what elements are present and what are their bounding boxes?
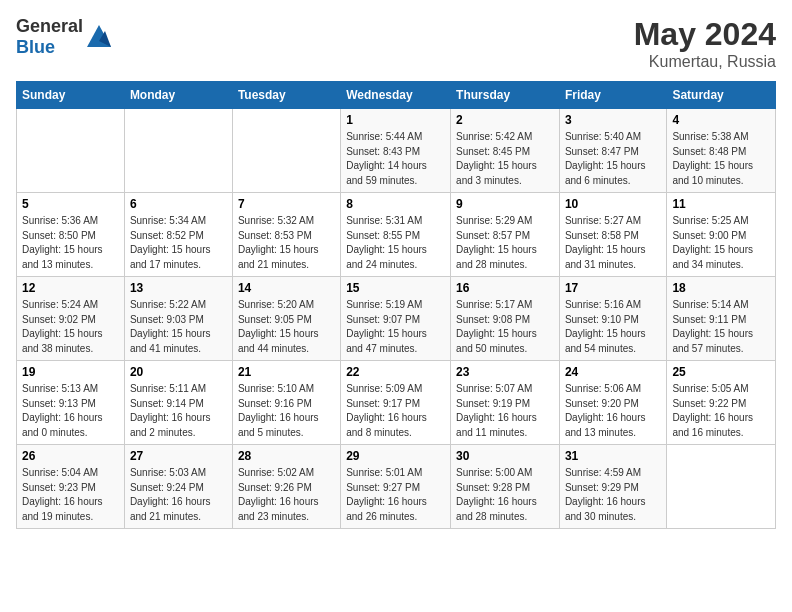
calendar-cell: 17Sunrise: 5:16 AMSunset: 9:10 PMDayligh… [559, 277, 666, 361]
header-day-friday: Friday [559, 82, 666, 109]
calendar-cell: 20Sunrise: 5:11 AMSunset: 9:14 PMDayligh… [124, 361, 232, 445]
day-number: 7 [238, 197, 335, 211]
day-number: 23 [456, 365, 554, 379]
day-info: Sunrise: 5:00 AMSunset: 9:28 PMDaylight:… [456, 466, 554, 524]
day-info: Sunrise: 5:19 AMSunset: 9:07 PMDaylight:… [346, 298, 445, 356]
day-info: Sunrise: 5:04 AMSunset: 9:23 PMDaylight:… [22, 466, 119, 524]
header-row: SundayMondayTuesdayWednesdayThursdayFrid… [17, 82, 776, 109]
calendar-cell: 27Sunrise: 5:03 AMSunset: 9:24 PMDayligh… [124, 445, 232, 529]
calendar-cell: 30Sunrise: 5:00 AMSunset: 9:28 PMDayligh… [451, 445, 560, 529]
calendar-cell: 29Sunrise: 5:01 AMSunset: 9:27 PMDayligh… [341, 445, 451, 529]
week-row-4: 19Sunrise: 5:13 AMSunset: 9:13 PMDayligh… [17, 361, 776, 445]
calendar-cell [667, 445, 776, 529]
day-info: Sunrise: 5:17 AMSunset: 9:08 PMDaylight:… [456, 298, 554, 356]
calendar-cell: 21Sunrise: 5:10 AMSunset: 9:16 PMDayligh… [232, 361, 340, 445]
day-number: 30 [456, 449, 554, 463]
day-number: 26 [22, 449, 119, 463]
day-info: Sunrise: 5:27 AMSunset: 8:58 PMDaylight:… [565, 214, 661, 272]
day-info: Sunrise: 5:44 AMSunset: 8:43 PMDaylight:… [346, 130, 445, 188]
day-number: 24 [565, 365, 661, 379]
day-number: 16 [456, 281, 554, 295]
day-number: 13 [130, 281, 227, 295]
day-number: 9 [456, 197, 554, 211]
day-number: 3 [565, 113, 661, 127]
calendar-cell: 3Sunrise: 5:40 AMSunset: 8:47 PMDaylight… [559, 109, 666, 193]
calendar-cell: 22Sunrise: 5:09 AMSunset: 9:17 PMDayligh… [341, 361, 451, 445]
day-info: Sunrise: 5:22 AMSunset: 9:03 PMDaylight:… [130, 298, 227, 356]
day-number: 15 [346, 281, 445, 295]
calendar-cell: 12Sunrise: 5:24 AMSunset: 9:02 PMDayligh… [17, 277, 125, 361]
day-info: Sunrise: 5:40 AMSunset: 8:47 PMDaylight:… [565, 130, 661, 188]
day-number: 10 [565, 197, 661, 211]
week-row-5: 26Sunrise: 5:04 AMSunset: 9:23 PMDayligh… [17, 445, 776, 529]
calendar-cell [232, 109, 340, 193]
day-info: Sunrise: 5:32 AMSunset: 8:53 PMDaylight:… [238, 214, 335, 272]
day-info: Sunrise: 5:10 AMSunset: 9:16 PMDaylight:… [238, 382, 335, 440]
day-number: 25 [672, 365, 770, 379]
day-number: 31 [565, 449, 661, 463]
calendar-cell: 13Sunrise: 5:22 AMSunset: 9:03 PMDayligh… [124, 277, 232, 361]
calendar-cell: 18Sunrise: 5:14 AMSunset: 9:11 PMDayligh… [667, 277, 776, 361]
logo: General Blue [16, 16, 113, 58]
day-number: 29 [346, 449, 445, 463]
header-day-wednesday: Wednesday [341, 82, 451, 109]
week-row-2: 5Sunrise: 5:36 AMSunset: 8:50 PMDaylight… [17, 193, 776, 277]
week-row-1: 1Sunrise: 5:44 AMSunset: 8:43 PMDaylight… [17, 109, 776, 193]
month-year: May 2024 [634, 16, 776, 53]
day-info: Sunrise: 5:06 AMSunset: 9:20 PMDaylight:… [565, 382, 661, 440]
header-day-tuesday: Tuesday [232, 82, 340, 109]
week-row-3: 12Sunrise: 5:24 AMSunset: 9:02 PMDayligh… [17, 277, 776, 361]
calendar-cell: 26Sunrise: 5:04 AMSunset: 9:23 PMDayligh… [17, 445, 125, 529]
calendar-body: 1Sunrise: 5:44 AMSunset: 8:43 PMDaylight… [17, 109, 776, 529]
day-number: 20 [130, 365, 227, 379]
day-info: Sunrise: 5:13 AMSunset: 9:13 PMDaylight:… [22, 382, 119, 440]
day-number: 27 [130, 449, 227, 463]
day-info: Sunrise: 5:42 AMSunset: 8:45 PMDaylight:… [456, 130, 554, 188]
calendar-table: SundayMondayTuesdayWednesdayThursdayFrid… [16, 81, 776, 529]
logo-text: General Blue [16, 16, 83, 58]
logo-general: General [16, 16, 83, 36]
day-number: 6 [130, 197, 227, 211]
calendar-cell: 15Sunrise: 5:19 AMSunset: 9:07 PMDayligh… [341, 277, 451, 361]
day-number: 14 [238, 281, 335, 295]
day-info: Sunrise: 5:03 AMSunset: 9:24 PMDaylight:… [130, 466, 227, 524]
calendar-cell: 16Sunrise: 5:17 AMSunset: 9:08 PMDayligh… [451, 277, 560, 361]
logo-blue: Blue [16, 37, 55, 57]
title-block: May 2024 Kumertau, Russia [634, 16, 776, 71]
day-info: Sunrise: 5:09 AMSunset: 9:17 PMDaylight:… [346, 382, 445, 440]
day-number: 21 [238, 365, 335, 379]
calendar-cell: 5Sunrise: 5:36 AMSunset: 8:50 PMDaylight… [17, 193, 125, 277]
calendar-cell: 31Sunrise: 4:59 AMSunset: 9:29 PMDayligh… [559, 445, 666, 529]
day-info: Sunrise: 5:02 AMSunset: 9:26 PMDaylight:… [238, 466, 335, 524]
calendar-cell: 2Sunrise: 5:42 AMSunset: 8:45 PMDaylight… [451, 109, 560, 193]
header-day-sunday: Sunday [17, 82, 125, 109]
header-day-saturday: Saturday [667, 82, 776, 109]
day-info: Sunrise: 5:07 AMSunset: 9:19 PMDaylight:… [456, 382, 554, 440]
day-info: Sunrise: 5:01 AMSunset: 9:27 PMDaylight:… [346, 466, 445, 524]
day-number: 18 [672, 281, 770, 295]
day-number: 4 [672, 113, 770, 127]
day-info: Sunrise: 5:31 AMSunset: 8:55 PMDaylight:… [346, 214, 445, 272]
day-number: 2 [456, 113, 554, 127]
day-info: Sunrise: 5:25 AMSunset: 9:00 PMDaylight:… [672, 214, 770, 272]
calendar-cell: 25Sunrise: 5:05 AMSunset: 9:22 PMDayligh… [667, 361, 776, 445]
calendar-cell [17, 109, 125, 193]
calendar-cell: 23Sunrise: 5:07 AMSunset: 9:19 PMDayligh… [451, 361, 560, 445]
calendar-cell: 4Sunrise: 5:38 AMSunset: 8:48 PMDaylight… [667, 109, 776, 193]
day-info: Sunrise: 5:05 AMSunset: 9:22 PMDaylight:… [672, 382, 770, 440]
day-number: 22 [346, 365, 445, 379]
day-number: 12 [22, 281, 119, 295]
day-info: Sunrise: 5:14 AMSunset: 9:11 PMDaylight:… [672, 298, 770, 356]
day-info: Sunrise: 5:38 AMSunset: 8:48 PMDaylight:… [672, 130, 770, 188]
day-info: Sunrise: 5:36 AMSunset: 8:50 PMDaylight:… [22, 214, 119, 272]
day-info: Sunrise: 5:11 AMSunset: 9:14 PMDaylight:… [130, 382, 227, 440]
calendar-cell: 19Sunrise: 5:13 AMSunset: 9:13 PMDayligh… [17, 361, 125, 445]
calendar-cell: 6Sunrise: 5:34 AMSunset: 8:52 PMDaylight… [124, 193, 232, 277]
location: Kumertau, Russia [634, 53, 776, 71]
day-number: 17 [565, 281, 661, 295]
header-day-monday: Monday [124, 82, 232, 109]
calendar-header: SundayMondayTuesdayWednesdayThursdayFrid… [17, 82, 776, 109]
day-info: Sunrise: 5:34 AMSunset: 8:52 PMDaylight:… [130, 214, 227, 272]
calendar-cell: 24Sunrise: 5:06 AMSunset: 9:20 PMDayligh… [559, 361, 666, 445]
day-number: 28 [238, 449, 335, 463]
